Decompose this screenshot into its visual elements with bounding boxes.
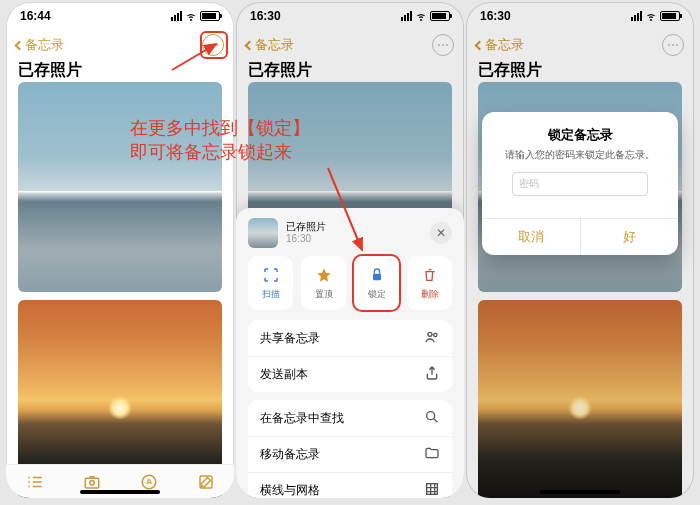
- alert-cancel[interactable]: 取消: [482, 219, 580, 255]
- alert-ok[interactable]: 好: [580, 219, 679, 255]
- menu-share[interactable]: 共享备忘录: [248, 320, 452, 356]
- note-content: [6, 82, 234, 464]
- phone-screenshot-2: 16:30 备忘录 已存照片 已存照片16:30 ✕ 扫描 置顶 锁定 删除 共…: [236, 2, 464, 498]
- close-button[interactable]: ✕: [430, 222, 452, 244]
- more-button[interactable]: [202, 34, 224, 56]
- svg-point-2: [142, 475, 156, 489]
- wifi-icon: [185, 10, 197, 22]
- status-right: [171, 10, 220, 22]
- camera-icon[interactable]: [83, 473, 101, 491]
- preview-thumb: [248, 218, 278, 248]
- svg-rect-4: [373, 273, 381, 280]
- status-time: 16:44: [20, 9, 51, 23]
- svg-point-7: [427, 411, 435, 419]
- menu-move[interactable]: 移动备忘录: [248, 436, 452, 472]
- people-icon: [424, 329, 440, 348]
- signal-icon: [171, 11, 182, 21]
- svg-rect-0: [85, 478, 99, 488]
- action-delete[interactable]: 删除: [407, 256, 452, 310]
- action-pin[interactable]: 置顶: [301, 256, 346, 310]
- alert-message: 请输入您的密码来锁定此备忘录。: [498, 148, 662, 162]
- checklist-icon[interactable]: [26, 473, 44, 491]
- svg-point-6: [434, 333, 437, 336]
- compose-icon[interactable]: [197, 473, 215, 491]
- phone-screenshot-3: 16:30 备忘录 已存照片 锁定备忘录 请输入您的密码来锁定此备忘录。 密码 …: [466, 2, 694, 498]
- back-button[interactable]: 备忘录: [16, 36, 64, 54]
- menu-lines[interactable]: 横线与网格: [248, 472, 452, 498]
- password-placeholder: 密码: [519, 177, 539, 191]
- action-sheet: 已存照片16:30 ✕ 扫描 置顶 锁定 删除 共享备忘录 发送副本 在备忘录中…: [236, 208, 464, 498]
- svg-rect-8: [427, 484, 438, 495]
- grid-icon: [424, 481, 440, 498]
- folder-icon: [424, 445, 440, 464]
- menu-find[interactable]: 在备忘录中查找: [248, 400, 452, 436]
- sheet-title: 已存照片: [286, 221, 326, 233]
- nav-bar: 备忘录: [6, 30, 234, 60]
- alert-title: 锁定备忘录: [498, 126, 662, 144]
- action-scan[interactable]: 扫描: [248, 256, 293, 310]
- share-icon: [424, 365, 440, 384]
- status-bar: 16:44: [6, 2, 234, 30]
- menu-send[interactable]: 发送副本: [248, 356, 452, 392]
- chevron-left-icon: [15, 40, 25, 50]
- sheet-subtitle: 16:30: [286, 233, 326, 245]
- home-indicator: [80, 490, 160, 494]
- search-icon: [424, 409, 440, 428]
- phone-screenshot-1: 16:44 备忘录 已存照片: [6, 2, 234, 498]
- svg-point-5: [428, 332, 432, 336]
- photo-beach: [18, 82, 222, 292]
- lock-alert: 锁定备忘录 请输入您的密码来锁定此备忘录。 密码 取消 好: [482, 112, 678, 255]
- battery-icon: [200, 11, 220, 21]
- back-label: 备忘录: [25, 36, 64, 54]
- password-input[interactable]: 密码: [512, 172, 648, 196]
- markup-icon[interactable]: [140, 473, 158, 491]
- action-lock[interactable]: 锁定: [354, 256, 399, 310]
- svg-point-1: [89, 480, 94, 485]
